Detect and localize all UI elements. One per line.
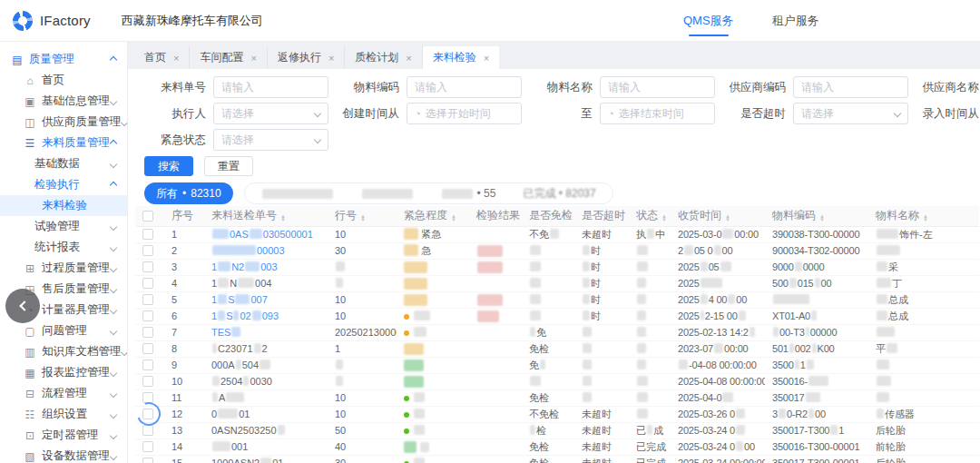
sidebar-item-1[interactable]: ▤质量管理 <box>0 49 127 70</box>
sidebar-item-14[interactable]: ▢问题管理 <box>0 320 127 341</box>
row-checkbox[interactable] <box>142 327 153 338</box>
form-field-supplier-name: 供应商名称请输入 <box>908 76 980 98</box>
sidebar-item-18[interactable]: ☷组织设置 <box>0 404 127 425</box>
executor-select[interactable]: 请选择 <box>213 103 328 124</box>
redacted-text <box>262 189 333 199</box>
sidebar-item-15[interactable]: ▥知识库文档管理 <box>0 341 127 362</box>
reset-button[interactable]: 重置 <box>204 156 253 176</box>
close-icon[interactable]: × <box>250 53 256 64</box>
sort-icon[interactable]: ▲▼ <box>725 214 730 222</box>
sidebar-item-7[interactable]: 检验执行 <box>0 174 127 195</box>
urgent-status-select[interactable]: 请选择 <box>213 129 328 151</box>
row-checkbox[interactable] <box>142 261 153 272</box>
row-checkbox[interactable] <box>142 360 153 370</box>
sidebar-item-3[interactable]: ▣基础信息管理 <box>0 91 127 112</box>
sort-icon[interactable]: ▲▼ <box>819 214 825 222</box>
row-checkbox[interactable] <box>142 310 153 321</box>
redacted-text <box>550 229 559 239</box>
cell-index: 5 <box>164 291 204 308</box>
sidebar-item-19[interactable]: ⊡定时器管理 <box>0 425 127 446</box>
tab-3[interactable]: 返修执行× <box>268 46 345 69</box>
tab-1[interactable]: 首页× <box>134 46 190 69</box>
overtime-flag-select[interactable]: 请选择 <box>793 103 908 124</box>
cell-doc-no: 001 <box>204 406 328 422</box>
filter-pill-all[interactable]: 所有 • 82310 <box>144 182 233 204</box>
row-checkbox[interactable] <box>142 458 153 463</box>
clipboard-icon: ▤ <box>11 54 24 66</box>
cell-doc-no[interactable]: 0AS030500001 <box>204 226 328 242</box>
sidebar-item-8[interactable]: 来料检验 <box>0 195 127 216</box>
redacted-text <box>739 310 746 320</box>
urgency-tag-orange <box>404 343 424 355</box>
sidebar-item-6[interactable]: 基础数据 <box>0 153 127 174</box>
checkbox-cell <box>135 324 164 340</box>
search-button[interactable]: 搜索 <box>144 156 193 176</box>
sort-icon[interactable]: ▲▼ <box>360 214 366 222</box>
select-all-checkbox[interactable] <box>142 211 153 222</box>
redacted-text <box>877 261 887 271</box>
sort-icon[interactable]: ▲▼ <box>662 214 667 222</box>
filter-pill-2[interactable] <box>261 189 334 199</box>
create-time-to-picker[interactable]: ◔选择结束时间 <box>600 103 715 124</box>
cell-doc-no[interactable]: 1S007 <box>204 291 328 308</box>
row-checkbox[interactable] <box>142 294 153 305</box>
incoming-doc-no-input[interactable]: 请输入 <box>213 76 328 98</box>
sidebar-item-5[interactable]: ☰来料质量管理 <box>0 133 127 153</box>
close-icon[interactable]: × <box>406 53 411 64</box>
sidebar-item-17[interactable]: ⊟流程管理 <box>0 383 127 404</box>
cell-index: 7 <box>164 324 204 340</box>
sidebar-item-10[interactable]: 统计报表 <box>0 237 127 258</box>
cell-overtime: 未超时 <box>574 226 629 242</box>
cell-line-no: 10 <box>328 308 397 324</box>
home-icon: ⌂ <box>24 74 36 87</box>
sort-icon[interactable]: ▲▼ <box>451 214 456 222</box>
form-field-overtime-flag: 是否超时请选择 <box>715 103 908 124</box>
close-icon[interactable]: × <box>484 53 489 64</box>
tab-bar: 首页×车间配置×返修执行×质检计划×来料检验× <box>128 42 980 69</box>
close-icon[interactable]: × <box>173 53 179 64</box>
form-field-create-time-to: 至◔选择结束时间 <box>522 103 715 124</box>
material-code-input[interactable]: 请输入 <box>407 76 522 98</box>
row-checkbox[interactable] <box>142 229 153 240</box>
sidebar-item-4[interactable]: ◫供应商质量管理 <box>0 112 127 133</box>
row-checkbox[interactable] <box>142 245 153 256</box>
form-field-supplier-code: 供应商编码请输入 <box>715 76 908 98</box>
supplier-code-input[interactable]: 请输入 <box>793 76 908 98</box>
cell-doc-no[interactable]: 1N2003 <box>204 259 328 275</box>
filter-pill-5[interactable]: 已完成 • 82037 <box>523 186 595 202</box>
sort-icon[interactable]: ▲▼ <box>280 214 286 222</box>
nav-qms-service[interactable]: QMS服务 <box>683 0 734 41</box>
row-checkbox[interactable] <box>142 441 153 452</box>
sidebar-item-20[interactable]: ▧设备数据管理 <box>0 446 127 463</box>
filter-pill-3[interactable] <box>361 189 414 199</box>
cell-material-name: 后轮胎 <box>868 422 979 438</box>
close-icon[interactable]: × <box>328 53 334 64</box>
material-name-input[interactable]: 请输入 <box>600 76 715 98</box>
tab-5[interactable]: 来料检验× <box>423 46 499 69</box>
nav-tenant-service[interactable]: 租户服务 <box>772 0 819 41</box>
redacted-text <box>226 392 244 402</box>
tab-2[interactable]: 车间配置× <box>190 46 267 69</box>
cell-status <box>629 357 671 373</box>
redacted-text <box>530 327 535 337</box>
cell-index: 6 <box>164 308 204 324</box>
sidebar-item-2[interactable]: ⌂首页 <box>0 70 127 91</box>
sidebar-item-9[interactable]: 试验管理 <box>0 216 127 237</box>
filter-pill-4[interactable]: • 55 <box>441 187 496 200</box>
create-time-from-picker[interactable]: ◔选择开始时间 <box>407 103 522 124</box>
cell-doc-no: 1N004 <box>204 275 328 291</box>
cell-doc-no[interactable]: 1S02093 <box>204 308 328 324</box>
sidebar-item-16[interactable]: ▦报表监控管理 <box>0 362 127 383</box>
tab-4[interactable]: 质检计划× <box>345 46 422 69</box>
row-checkbox[interactable] <box>142 376 153 387</box>
cell-status <box>629 259 671 275</box>
sort-icon[interactable]: ▲▼ <box>923 214 928 222</box>
row-checkbox[interactable] <box>142 343 153 354</box>
cell-doc-no[interactable]: TES <box>204 324 328 340</box>
sidebar-item-11[interactable]: ⊞过程质量管理 <box>0 258 127 279</box>
row-checkbox[interactable] <box>142 278 153 289</box>
row-checkbox[interactable] <box>142 425 153 436</box>
cell-doc-no[interactable]: 00003 <box>204 242 328 259</box>
urgency-dot-green <box>404 396 409 401</box>
sidebar-collapse-button[interactable] <box>5 289 40 323</box>
